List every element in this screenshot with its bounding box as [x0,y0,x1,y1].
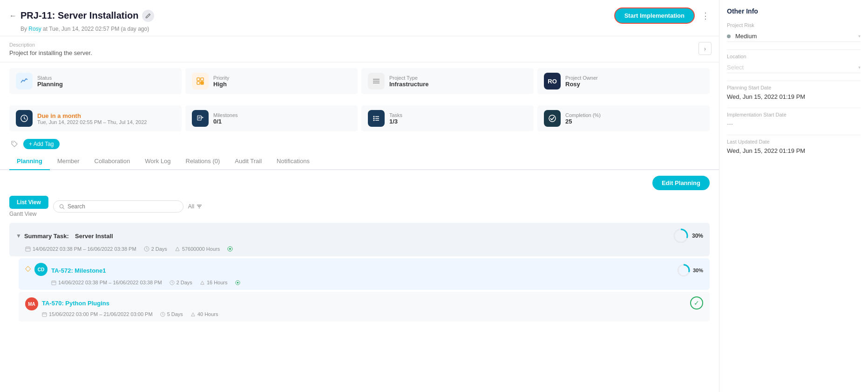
project-owner-value: Rosy [565,81,598,88]
svg-point-12 [373,116,375,117]
page-title: PRJ-11: Server Installation [20,10,138,21]
summary-hours: 57600000 Hours [175,246,220,252]
svg-rect-30 [52,281,56,284]
project-type-icon [368,73,385,89]
right-sidebar: Other Info Project Risk Medium ▾ Locatio… [719,0,868,392]
tab-worklog[interactable]: Work Log [137,153,178,170]
status-card: Status Planning [9,68,182,94]
tab-relations[interactable]: Relations (0) [178,153,228,170]
summary-progress-ring [672,227,689,244]
location-chevron-icon: ▾ [858,65,861,70]
edit-planning-button[interactable]: Edit Planning [652,176,710,190]
sidebar-divider1 [727,49,861,50]
list-view-button[interactable]: List View [9,196,48,209]
edit-title-icon[interactable] [142,10,154,22]
task-assignee-ma: MA [25,297,38,310]
tag-icon [9,139,20,149]
due-label: Due in a month [37,112,147,119]
sidebar-divider4 [727,135,861,135]
tab-audit-trail[interactable]: Audit Trail [227,153,269,170]
svg-line-18 [63,207,64,209]
search-input[interactable] [68,203,177,210]
location-label: Location [727,54,861,59]
milestones-value: 0/1 [213,118,238,125]
task-item-python: MA TA-570: Python Plugins ✓ 15/06/2022 0… [19,292,710,322]
risk-dot [727,34,731,38]
summary-task: ▼ Summary Task: Server Install 30% [9,223,710,256]
author-link[interactable]: Rosy [28,26,41,32]
project-owner-label: Project Owner [565,75,598,81]
completion-label: Completion (%) [565,112,601,118]
summary-timer-icon [227,246,233,252]
status-icon [16,73,33,89]
search-box[interactable] [53,200,183,213]
description-text: Project for installing the server. [9,49,710,56]
completion-value: 25 [565,118,601,125]
tab-planning[interactable]: Planning [9,153,50,170]
svg-point-27 [229,248,231,250]
task-list: ▼ Summary Task: Server Install 30% [9,223,710,322]
add-tag-button[interactable]: + Add Tag [23,139,60,149]
back-button[interactable]: ← [9,12,17,20]
task1-timer [235,280,240,285]
task2-duration: 5 Days [160,311,183,317]
project-type-label: Project Type [389,75,429,81]
milestone-diamond-icon: ◇ [25,264,31,273]
location-placeholder: Select [727,64,744,71]
location-select[interactable]: Select ▾ [727,62,861,73]
implementation-start-value: --- [727,120,861,127]
project-owner-card: RO Project Owner Rosy [537,68,710,94]
tab-member[interactable]: Member [50,153,87,170]
tab-collaboration[interactable]: Collaboration [87,153,138,170]
gantt-view-label[interactable]: Gantt View [9,211,36,217]
more-options-button[interactable]: ⋮ [701,11,710,21]
milestones-icon [192,110,209,127]
start-implementation-button[interactable]: Start Implementation [614,7,695,24]
expand-description-button[interactable]: › [698,42,712,55]
location-field: Location Select ▾ [727,54,861,73]
svg-point-13 [373,118,375,119]
svg-point-15 [549,115,556,122]
info-cards-row1: Status Planning Priority High [0,62,719,100]
project-risk-select[interactable]: Medium ▾ [727,31,861,42]
tab-notifications[interactable]: Notifications [269,153,317,170]
completion-icon [544,110,561,127]
completion-card: Completion (%) 25 [537,105,710,131]
last-updated-label: Last Updated Date [727,139,861,144]
task-progress-ring [676,263,691,278]
milestones-label: Milestones [213,112,238,118]
priority-card: Priority High [185,68,358,94]
summary-date-range: 14/06/2022 03:38 PM – 16/06/2022 03:38 P… [25,246,136,252]
sidebar-title: Other Info [727,7,861,15]
task2-date-range: 15/06/2022 03:00 PM – 21/06/2022 03:00 P… [42,311,153,317]
tasks-icon [368,110,385,127]
svg-point-17 [60,204,63,207]
planning-start-value: Wed, Jun 15, 2022 01:19 PM [727,93,861,100]
collapse-icon[interactable]: ▼ [16,233,21,239]
svg-rect-37 [42,312,47,316]
task1-date-range: 14/06/2022 03:38 PM – 16/06/2022 03:38 P… [51,280,162,285]
task1-hours: 16 Hours [200,280,228,285]
due-date-icon [16,110,33,127]
last-updated-field: Last Updated Date Wed, Jun 15, 2022 01:1… [727,139,861,154]
sidebar-divider3 [727,108,861,108]
tasks-label: Tasks [389,112,402,118]
task-progress-text: 30% [693,268,703,273]
summary-duration: 2 Days [144,246,167,252]
risk-chevron-icon: ▾ [858,34,861,39]
task-ta572-title[interactable]: TA-572: Milestone1 [51,267,106,274]
task2-hours: 40 Hours [190,311,218,317]
sidebar-divider2 [727,81,861,81]
planning-start-field: Planning Start Date Wed, Jun 15, 2022 01… [727,85,861,100]
last-updated-value: Wed, Jun 15, 2022 01:19 PM [727,147,861,154]
project-type-card: Project Type Infrastructure [361,68,534,94]
filter-button[interactable]: All [188,203,203,210]
task-ta570-title[interactable]: TA-570: Python Plugins [42,300,109,307]
svg-rect-3 [201,82,203,84]
status-label: Status [37,75,63,81]
tasks-card: Tasks 1/3 [361,105,534,131]
svg-rect-2 [197,82,200,84]
tasks-value: 1/3 [389,118,402,125]
implementation-start-field: Implementation Start Date --- [727,112,861,127]
task-item-milestone: ◇ CD TA-572: Milestone1 30% [19,258,710,290]
